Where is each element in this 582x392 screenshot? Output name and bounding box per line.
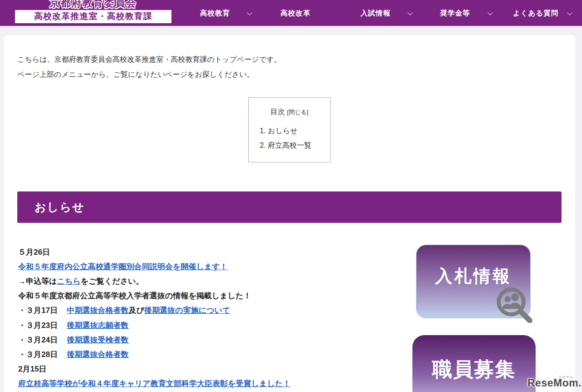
news-link-kouki-goukakusha[interactable]: 後期選抜合格者数 xyxy=(67,350,129,359)
news-link-chuuki-goukakushasuu[interactable]: 中期選抜合格者数 xyxy=(67,306,129,315)
resemom-watermark: リセマム ReseMom. xyxy=(527,377,580,389)
staff-recruitment-label: 職員募集 xyxy=(412,356,536,383)
news-line: 令和５年度府内公立高校通学圏別合同説明会を開催します！ xyxy=(18,261,228,272)
news-bullet-date: ・３月23日 xyxy=(18,321,58,330)
news-bullet-item: ・３月24日後期選抜受検者数 xyxy=(18,335,129,345)
toc-item-furitsu-koukou[interactable]: 府立高校一覧 xyxy=(268,141,330,151)
intro-line2: ページ上部のメニューから、ご覧になりたいページをお探しください。 xyxy=(17,70,254,80)
toc-item-oshirase[interactable]: おしらせ xyxy=(268,126,330,136)
chevron-down-icon xyxy=(247,10,252,15)
logo-line2: 高校改革推進室・高校教育課 xyxy=(15,10,171,23)
site-logo[interactable]: 京都府教育委員会 高校改革推進室・高校教育課 xyxy=(15,0,171,26)
news-bullet-item: ・３月17日中期選抜合格者数及び後期選抜の実施について xyxy=(18,305,230,316)
staff-recruitment-button[interactable]: 職員募集 xyxy=(412,335,536,392)
nav-item-nyuushi-jouhou[interactable]: 入試情報 xyxy=(361,0,391,26)
bid-info-label: 入札情報 xyxy=(416,265,530,288)
resemom-ruby: リセマム xyxy=(558,375,573,379)
news-bullet-date: ・３月17日 xyxy=(18,306,58,315)
news-text: 及び xyxy=(129,306,144,315)
news-bullet-date: ・３月24日 xyxy=(18,336,58,344)
news-line: →申込等はこちらをご覧ください。 xyxy=(18,276,144,286)
news-date: 2月15日 xyxy=(18,364,46,374)
nav-item-faq[interactable]: よくある質問 xyxy=(513,0,558,26)
news-line: 府立桂高等学校が令和４年度キャリア教育文部科学大臣表彰を受賞しました！ xyxy=(18,378,291,389)
news-bullet-date: ・３月28日 xyxy=(18,350,58,359)
logo-line1: 京都府教育委員会 xyxy=(15,0,171,10)
news-date: ５月26日 xyxy=(18,247,50,257)
site-header: 京都府教育委員会 高校改革推進室・高校教育課 高校教育 高校改革 入試情報 奨学… xyxy=(0,0,582,26)
toc-list: おしらせ 府立高校一覧 xyxy=(249,126,330,151)
toc-close-toggle[interactable]: [閉じる] xyxy=(287,109,308,116)
nav-item-koukou-kyouiku[interactable]: 高校教育 xyxy=(200,0,230,26)
news-text: →申込等は xyxy=(18,277,57,286)
nav-item-shougakukin[interactable]: 奨学金等 xyxy=(440,0,470,26)
news-link-kouki-jisshi[interactable]: 後期選抜の実施について xyxy=(144,306,230,315)
news-bullet-item: ・３月23日後期選抜志願者数 xyxy=(18,320,129,331)
magnifier-people-icon xyxy=(495,286,534,323)
nav-label: 奨学金等 xyxy=(440,9,470,17)
news-link-kochira[interactable]: こちら xyxy=(57,277,80,286)
news-section-banner: おしらせ xyxy=(17,191,562,223)
news-bullet-item: ・３月28日後期選抜合格者数 xyxy=(18,349,129,360)
news-link-katsura-hyoushou[interactable]: 府立桂高等学校が令和４年度キャリア教育文部科学大臣表彰を受賞しました！ xyxy=(18,379,291,388)
chevron-down-icon xyxy=(567,10,572,15)
news-link-goudou-setsumeikai[interactable]: 令和５年度府内公立高校通学圏別合同説明会を開催します！ xyxy=(18,262,228,271)
chevron-down-icon xyxy=(407,10,412,15)
nav-label: 入試情報 xyxy=(361,9,391,17)
intro-line1: こちらは、京都府教育委員会高校改革推進室・高校教育課のトップページです。 xyxy=(17,55,281,65)
chevron-down-icon xyxy=(487,10,492,15)
news-text: をご覧ください。 xyxy=(81,277,144,286)
nav-label: よくある質問 xyxy=(513,9,558,17)
table-of-contents: 目次 [閉じる] おしらせ 府立高校一覧 xyxy=(248,97,331,162)
toc-title: 目次 xyxy=(271,108,285,116)
nav-item-koukou-kaikaku[interactable]: 高校改革 xyxy=(281,0,311,26)
resemom-logo: ReseMom. xyxy=(527,377,582,389)
nav-label: 高校教育 xyxy=(200,9,230,17)
page: 京都府教育委員会 高校改革推進室・高校教育課 高校教育 高校改革 入試情報 奨学… xyxy=(0,0,582,392)
news-lead: 令和５年度京都府公立高等学校入学者選抜の情報を掲載しました！ xyxy=(18,291,251,301)
news-link-kouki-shigansha[interactable]: 後期選抜志願者数 xyxy=(67,321,129,330)
nav-label: 高校改革 xyxy=(281,9,311,17)
news-link-kouki-jukensha[interactable]: 後期選抜受検者数 xyxy=(67,336,129,344)
